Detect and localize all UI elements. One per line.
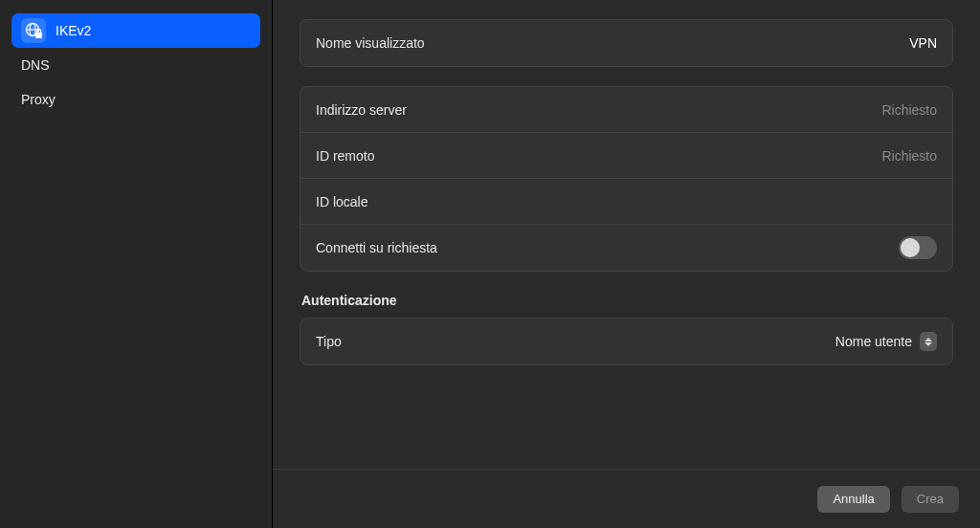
server-address-input[interactable] (769, 102, 937, 118)
label-server-address: Indirizzo server (316, 102, 407, 118)
sidebar-item-ikev2[interactable]: IKEv2 (11, 13, 260, 48)
updown-caret-icon (920, 332, 937, 351)
row-server-address[interactable]: Indirizzo server (301, 87, 952, 133)
label-local-id: ID locale (316, 194, 368, 209)
label-auth-type: Tipo (316, 334, 342, 349)
toggle-knob (901, 238, 920, 257)
sidebar: IKEv2 DNS Proxy (0, 0, 273, 528)
cancel-button[interactable]: Annulla (817, 486, 889, 513)
footer: Annulla Crea (273, 469, 980, 528)
row-local-id[interactable]: ID locale (301, 179, 952, 225)
sidebar-item-label: DNS (21, 57, 50, 73)
create-button[interactable]: Crea (902, 486, 959, 513)
sidebar-item-label: Proxy (21, 92, 56, 107)
group-display-name: Nome visualizzato (300, 19, 953, 67)
label-display-name: Nome visualizzato (316, 35, 425, 51)
connect-on-demand-toggle[interactable] (899, 236, 937, 259)
local-id-input[interactable] (769, 194, 937, 209)
form-scroll[interactable]: Nome visualizzato Indirizzo server ID re… (273, 0, 980, 469)
group-authentication: Tipo Nome utente (300, 318, 953, 365)
auth-type-value: Nome utente (835, 334, 912, 349)
row-connect-on-demand: Connetti su richiesta (301, 225, 952, 271)
label-remote-id: ID remoto (316, 148, 374, 164)
sidebar-item-dns[interactable]: DNS (11, 48, 260, 82)
display-name-input[interactable] (769, 35, 937, 51)
remote-id-input[interactable] (769, 148, 937, 164)
sidebar-item-proxy[interactable]: Proxy (11, 82, 260, 117)
row-remote-id[interactable]: ID remoto (301, 133, 952, 179)
auth-type-select[interactable]: Nome utente (835, 332, 937, 351)
main-panel: Nome visualizzato Indirizzo server ID re… (273, 0, 980, 528)
group-connection: Indirizzo server ID remoto ID locale Con… (300, 86, 953, 272)
sidebar-item-label: IKEv2 (56, 23, 91, 38)
row-auth-type[interactable]: Tipo Nome utente (301, 319, 952, 364)
section-title-auth: Autenticazione (301, 293, 951, 308)
globe-lock-icon (21, 18, 46, 43)
row-display-name[interactable]: Nome visualizzato (301, 20, 952, 66)
label-connect-on-demand: Connetti su richiesta (316, 240, 437, 255)
svg-rect-3 (35, 33, 42, 38)
